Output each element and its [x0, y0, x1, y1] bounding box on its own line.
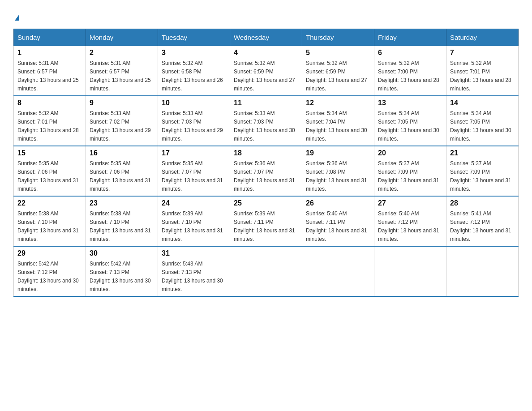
- day-info: Sunrise: 5:40 AMSunset: 7:12 PMDaylight:…: [378, 210, 439, 242]
- day-info: Sunrise: 5:32 AMSunset: 7:01 PMDaylight:…: [450, 60, 511, 92]
- calendar-cell: 25 Sunrise: 5:39 AMSunset: 7:11 PMDaylig…: [230, 196, 302, 246]
- column-header-monday: Monday: [86, 29, 158, 46]
- day-number: 11: [234, 99, 298, 107]
- day-number: 30: [90, 249, 154, 257]
- calendar-week-row: 22 Sunrise: 5:38 AMSunset: 7:10 PMDaylig…: [14, 196, 519, 246]
- calendar-cell: [374, 246, 446, 296]
- day-number: 23: [90, 199, 154, 207]
- day-info: Sunrise: 5:32 AMSunset: 6:59 PMDaylight:…: [306, 60, 367, 92]
- calendar-cell: 5 Sunrise: 5:32 AMSunset: 6:59 PMDayligh…: [302, 46, 374, 96]
- calendar-cell: [302, 246, 374, 296]
- calendar-cell: 14 Sunrise: 5:34 AMSunset: 7:05 PMDaylig…: [446, 96, 519, 146]
- day-number: 27: [378, 199, 442, 207]
- page-header: [13, 13, 519, 20]
- calendar-cell: 27 Sunrise: 5:40 AMSunset: 7:12 PMDaylig…: [374, 196, 446, 246]
- day-number: 20: [378, 149, 442, 157]
- calendar-cell: 22 Sunrise: 5:38 AMSunset: 7:10 PMDaylig…: [14, 196, 86, 246]
- day-info: Sunrise: 5:42 AMSunset: 7:13 PMDaylight:…: [90, 261, 151, 292]
- calendar-week-row: 15 Sunrise: 5:35 AMSunset: 7:06 PMDaylig…: [14, 146, 519, 196]
- logo-triangle-icon: [15, 14, 19, 21]
- calendar-cell: 1 Sunrise: 5:31 AMSunset: 6:57 PMDayligh…: [14, 46, 86, 96]
- day-number: 3: [162, 49, 226, 57]
- calendar-table: SundayMondayTuesdayWednesdayThursdayFrid…: [13, 29, 519, 297]
- day-number: 26: [306, 199, 370, 207]
- day-number: 21: [450, 149, 515, 157]
- day-number: 10: [162, 99, 226, 107]
- calendar-cell: 6 Sunrise: 5:32 AMSunset: 7:00 PMDayligh…: [374, 46, 446, 96]
- calendar-cell: 10 Sunrise: 5:33 AMSunset: 7:03 PMDaylig…: [158, 96, 230, 146]
- calendar-cell: 29 Sunrise: 5:42 AMSunset: 7:12 PMDaylig…: [14, 246, 86, 296]
- day-info: Sunrise: 5:33 AMSunset: 7:03 PMDaylight:…: [234, 110, 295, 142]
- calendar-cell: 4 Sunrise: 5:32 AMSunset: 6:59 PMDayligh…: [230, 46, 302, 96]
- day-info: Sunrise: 5:42 AMSunset: 7:12 PMDaylight:…: [17, 261, 79, 292]
- day-number: 22: [17, 199, 82, 207]
- day-info: Sunrise: 5:33 AMSunset: 7:02 PMDaylight:…: [90, 110, 151, 142]
- calendar-cell: [446, 246, 519, 296]
- day-info: Sunrise: 5:31 AMSunset: 6:57 PMDaylight:…: [17, 60, 79, 92]
- calendar-week-row: 8 Sunrise: 5:32 AMSunset: 7:01 PMDayligh…: [14, 96, 519, 146]
- day-number: 18: [234, 149, 298, 157]
- day-number: 12: [306, 99, 370, 107]
- calendar-cell: 24 Sunrise: 5:39 AMSunset: 7:10 PMDaylig…: [158, 196, 230, 246]
- column-header-friday: Friday: [374, 29, 446, 46]
- day-info: Sunrise: 5:38 AMSunset: 7:10 PMDaylight:…: [17, 210, 79, 242]
- day-number: 14: [450, 99, 515, 107]
- day-number: 25: [234, 199, 298, 207]
- day-info: Sunrise: 5:38 AMSunset: 7:10 PMDaylight:…: [90, 210, 151, 242]
- day-info: Sunrise: 5:40 AMSunset: 7:11 PMDaylight:…: [306, 210, 367, 242]
- day-number: 7: [450, 49, 515, 57]
- day-number: 31: [162, 249, 226, 257]
- calendar-cell: 16 Sunrise: 5:35 AMSunset: 7:06 PMDaylig…: [86, 146, 158, 196]
- calendar-cell: 23 Sunrise: 5:38 AMSunset: 7:10 PMDaylig…: [86, 196, 158, 246]
- day-number: 24: [162, 199, 226, 207]
- day-number: 13: [378, 99, 442, 107]
- calendar-cell: 18 Sunrise: 5:36 AMSunset: 7:07 PMDaylig…: [230, 146, 302, 196]
- day-info: Sunrise: 5:31 AMSunset: 6:57 PMDaylight:…: [90, 60, 151, 92]
- day-info: Sunrise: 5:37 AMSunset: 7:09 PMDaylight:…: [450, 160, 511, 192]
- calendar-cell: 3 Sunrise: 5:32 AMSunset: 6:58 PMDayligh…: [158, 46, 230, 96]
- calendar-cell: 28 Sunrise: 5:41 AMSunset: 7:12 PMDaylig…: [446, 196, 519, 246]
- day-number: 16: [90, 149, 154, 157]
- day-info: Sunrise: 5:32 AMSunset: 6:58 PMDaylight:…: [162, 60, 223, 92]
- day-info: Sunrise: 5:39 AMSunset: 7:10 PMDaylight:…: [162, 210, 223, 242]
- day-number: 4: [234, 49, 298, 57]
- calendar-header-row: SundayMondayTuesdayWednesdayThursdayFrid…: [14, 29, 519, 46]
- day-number: 8: [17, 99, 82, 107]
- day-info: Sunrise: 5:34 AMSunset: 7:05 PMDaylight:…: [450, 110, 511, 142]
- day-info: Sunrise: 5:36 AMSunset: 7:08 PMDaylight:…: [306, 160, 367, 192]
- calendar-cell: 26 Sunrise: 5:40 AMSunset: 7:11 PMDaylig…: [302, 196, 374, 246]
- column-header-wednesday: Wednesday: [230, 29, 302, 46]
- day-number: 28: [450, 199, 515, 207]
- day-info: Sunrise: 5:32 AMSunset: 6:59 PMDaylight:…: [234, 60, 295, 92]
- calendar-cell: 20 Sunrise: 5:37 AMSunset: 7:09 PMDaylig…: [374, 146, 446, 196]
- calendar-cell: 2 Sunrise: 5:31 AMSunset: 6:57 PMDayligh…: [86, 46, 158, 96]
- calendar-cell: 30 Sunrise: 5:42 AMSunset: 7:13 PMDaylig…: [86, 246, 158, 296]
- day-number: 29: [17, 249, 82, 257]
- day-number: 6: [378, 49, 442, 57]
- day-info: Sunrise: 5:36 AMSunset: 7:07 PMDaylight:…: [234, 160, 295, 192]
- calendar-cell: 15 Sunrise: 5:35 AMSunset: 7:06 PMDaylig…: [14, 146, 86, 196]
- day-number: 17: [162, 149, 226, 157]
- calendar-cell: 11 Sunrise: 5:33 AMSunset: 7:03 PMDaylig…: [230, 96, 302, 146]
- calendar-cell: 19 Sunrise: 5:36 AMSunset: 7:08 PMDaylig…: [302, 146, 374, 196]
- day-info: Sunrise: 5:41 AMSunset: 7:12 PMDaylight:…: [450, 210, 511, 242]
- calendar-cell: 7 Sunrise: 5:32 AMSunset: 7:01 PMDayligh…: [446, 46, 519, 96]
- day-info: Sunrise: 5:32 AMSunset: 7:00 PMDaylight:…: [378, 60, 439, 92]
- day-number: 9: [90, 99, 154, 107]
- calendar-cell: 8 Sunrise: 5:32 AMSunset: 7:01 PMDayligh…: [14, 96, 86, 146]
- day-info: Sunrise: 5:43 AMSunset: 7:13 PMDaylight:…: [162, 261, 223, 292]
- day-number: 5: [306, 49, 370, 57]
- calendar-cell: 17 Sunrise: 5:35 AMSunset: 7:07 PMDaylig…: [158, 146, 230, 196]
- column-header-saturday: Saturday: [446, 29, 519, 46]
- calendar-cell: 12 Sunrise: 5:34 AMSunset: 7:04 PMDaylig…: [302, 96, 374, 146]
- day-info: Sunrise: 5:37 AMSunset: 7:09 PMDaylight:…: [378, 160, 439, 192]
- day-number: 2: [90, 49, 154, 57]
- day-number: 15: [17, 149, 82, 157]
- column-header-tuesday: Tuesday: [158, 29, 230, 46]
- calendar-cell: 13 Sunrise: 5:34 AMSunset: 7:05 PMDaylig…: [374, 96, 446, 146]
- calendar-cell: [230, 246, 302, 296]
- day-info: Sunrise: 5:32 AMSunset: 7:01 PMDaylight:…: [17, 110, 79, 142]
- calendar-cell: 31 Sunrise: 5:43 AMSunset: 7:13 PMDaylig…: [158, 246, 230, 296]
- day-info: Sunrise: 5:35 AMSunset: 7:06 PMDaylight:…: [17, 160, 79, 192]
- calendar-cell: 21 Sunrise: 5:37 AMSunset: 7:09 PMDaylig…: [446, 146, 519, 196]
